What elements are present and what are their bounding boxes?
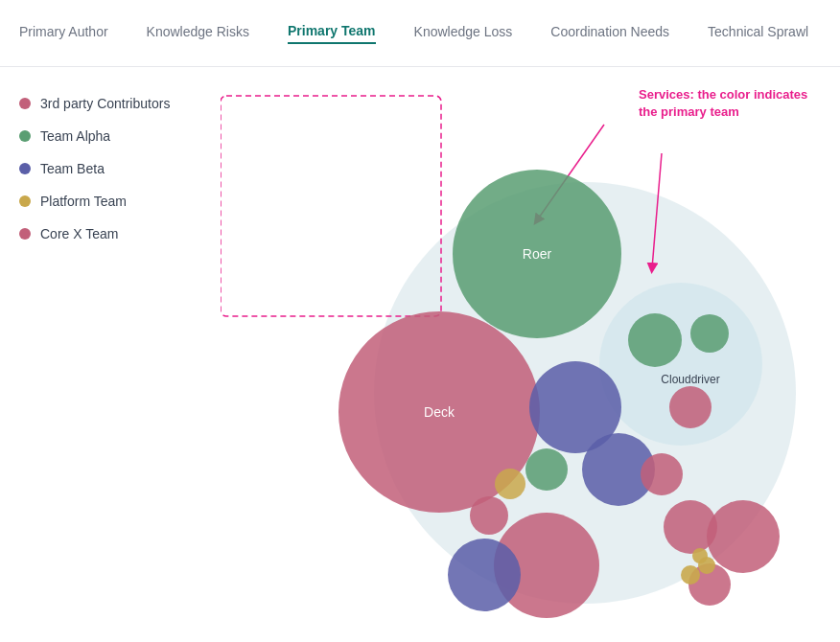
nav-primary-team[interactable]: Primary Team bbox=[288, 23, 376, 44]
svg-point-23 bbox=[692, 548, 708, 563]
legend-label-platform-team: Platform Team bbox=[40, 194, 127, 209]
legend-label-3rd-party: 3rd party Contributors bbox=[40, 96, 170, 111]
legend: 3rd party Contributors Team Alpha Team B… bbox=[0, 67, 221, 642]
svg-point-7 bbox=[628, 313, 682, 367]
legend-item-core-x-team: Core X Team bbox=[19, 226, 201, 241]
svg-point-15 bbox=[470, 496, 508, 535]
svg-point-19 bbox=[707, 500, 780, 573]
svg-point-12 bbox=[525, 448, 568, 491]
main-content: 3rd party Contributors Team Alpha Team B… bbox=[0, 67, 840, 642]
nav-knowledge-risks[interactable]: Knowledge Risks bbox=[147, 24, 249, 43]
svg-point-13 bbox=[495, 469, 525, 499]
nav-coordination-needs[interactable]: Coordination Needs bbox=[550, 24, 669, 43]
legend-item-team-alpha: Team Alpha bbox=[19, 128, 201, 144]
legend-dot-core-x-team bbox=[19, 228, 31, 240]
legend-item-platform-team: Platform Team bbox=[19, 194, 201, 209]
svg-point-8 bbox=[690, 314, 729, 353]
nav-knowledge-loss[interactable]: Knowledge Loss bbox=[414, 24, 513, 43]
svg-point-17 bbox=[448, 539, 521, 611]
svg-point-9 bbox=[669, 386, 712, 428]
clouddriver-label: Clouddriver bbox=[661, 373, 719, 386]
legend-label-team-alpha: Team Alpha bbox=[40, 128, 110, 144]
navigation: Primary Author Knowledge Risks Primary T… bbox=[0, 0, 840, 67]
legend-label-core-x-team: Core X Team bbox=[40, 226, 118, 241]
svg-point-14 bbox=[641, 453, 683, 495]
legend-dot-platform-team bbox=[19, 195, 31, 207]
legend-item-3rd-party: 3rd party Contributors bbox=[19, 96, 201, 111]
legend-label-team-beta: Team Beta bbox=[40, 161, 105, 176]
roer-label: Roer bbox=[523, 246, 552, 262]
legend-dot-team-beta bbox=[19, 163, 31, 174]
svg-point-21 bbox=[681, 565, 700, 585]
chart-svg: Roer Deck Clouddriver bbox=[221, 67, 840, 642]
legend-dot-3rd-party bbox=[19, 98, 31, 109]
bubble-chart: Services: the color indicates the primar… bbox=[221, 67, 840, 642]
deck-label: Deck bbox=[424, 404, 455, 420]
nav-technical-sprawl[interactable]: Technical Sprawl bbox=[708, 24, 808, 43]
legend-dot-team-alpha bbox=[19, 130, 31, 142]
nav-primary-author[interactable]: Primary Author bbox=[19, 24, 108, 43]
legend-item-team-beta: Team Beta bbox=[19, 161, 201, 176]
